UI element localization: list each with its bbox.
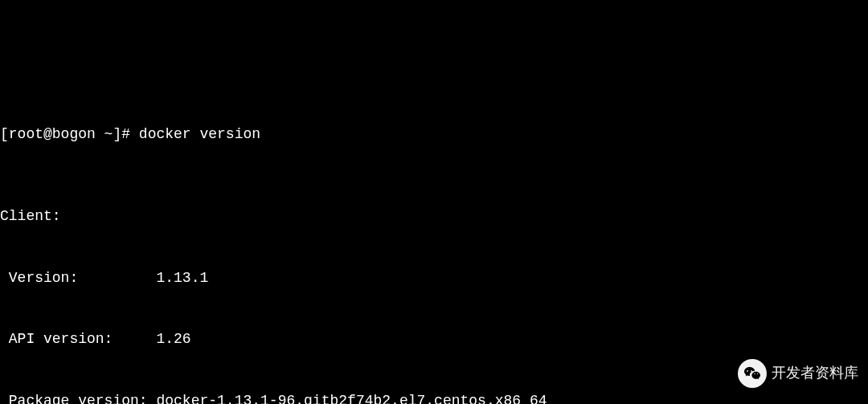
client-package-version: Package version: docker-1.13.1-96.gitb2f…	[0, 391, 868, 405]
client-version: Version: 1.13.1	[0, 268, 868, 289]
label: API version:	[0, 329, 156, 350]
client-header: Client:	[0, 206, 868, 227]
label: Version:	[0, 268, 156, 289]
terminal-output[interactable]: [root@bogon ~]# docker version Client: V…	[0, 82, 868, 404]
prompt-line-1: [root@bogon ~]# docker version	[0, 124, 868, 145]
value: docker-1.13.1-96.gitb2f74b2.el7.centos.x…	[156, 391, 547, 405]
shell-prompt: [root@bogon ~]#	[0, 124, 139, 145]
client-api-version: API version: 1.26	[0, 329, 868, 350]
value: 1.26	[156, 329, 190, 350]
watermark-text: 开发者资料库	[772, 363, 858, 384]
label: Package version:	[0, 391, 156, 405]
value: 1.13.1	[156, 268, 208, 289]
wechat-icon	[738, 359, 767, 388]
command: docker version	[139, 124, 260, 145]
watermark: 开发者资料库	[738, 359, 858, 388]
